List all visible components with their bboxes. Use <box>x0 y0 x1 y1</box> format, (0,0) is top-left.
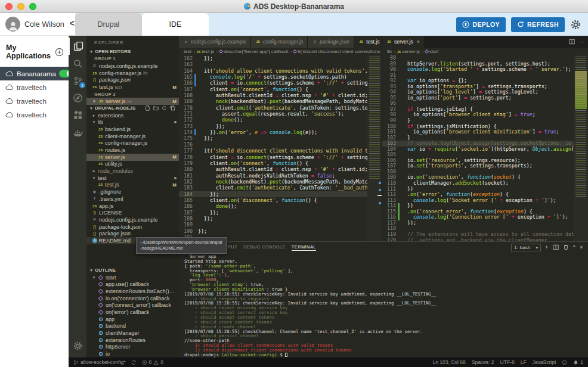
code-line[interactable]: 178 client = io.connect(settings.scheme … <box>179 154 367 160</box>
activitybar-docker[interactable] <box>69 124 86 141</box>
code-line[interactable]: 103 // console.log(Object.assign(setting… <box>382 141 574 147</box>
editor-1-code[interactable]: 162 });163164 it('should allow client co… <box>179 55 382 241</box>
breadcrumb-item[interactable]: describe('Server app') callback <box>219 49 289 54</box>
tree-item[interactable]: JSbackend.js <box>86 126 179 133</box>
activitybar-source-control[interactable]: 2 <box>69 72 86 89</box>
code-line[interactable]: 100 if (settings.jsMinification) { <box>382 124 574 130</box>
more-icon[interactable]: ⋯ <box>579 39 584 45</box>
cursor-position[interactable]: Ln 103, Col 68 <box>432 359 465 365</box>
activitybar-files[interactable] <box>69 38 86 55</box>
outline-item[interactable]: extensionRoutes.forEach() callback <box>86 288 179 295</box>
code-line[interactable]: 93 io_options['transports'] = settings.t… <box>382 84 574 90</box>
code-line[interactable]: 114 }) <box>382 203 574 209</box>
code-line[interactable]: 113 console.log('Socket error [' + excep… <box>382 198 574 204</box>
breadcrumb-item[interactable]: JSserver.js <box>397 49 420 54</box>
outline-section[interactable]: ▾ OUTLINE <box>86 267 179 274</box>
code-line[interactable]: 110 clientManager.addSocket(socket); <box>382 181 574 186</box>
zoom-window-button[interactable] <box>29 3 36 10</box>
code-line[interactable]: 120 // .settings and .backend via the cl… <box>382 238 574 242</box>
close-window-button[interactable] <box>5 3 13 10</box>
code-line[interactable]: 101 io_options['browser client minificat… <box>382 129 574 135</box>
code-line[interactable]: 111 }) <box>382 186 574 192</box>
code-line[interactable]: 98 io_options['browser client etag'] = t… <box>382 112 574 118</box>
outline-item[interactable]: app <box>86 316 179 323</box>
outline-item[interactable]: ▾start <box>86 274 179 281</box>
encoding[interactable]: UTF-8 <box>500 359 515 365</box>
code-line[interactable]: 185 client.on('disconnect', function() { <box>179 197 367 203</box>
code-line[interactable]: 166 client = io.connect(settings.scheme … <box>179 80 367 86</box>
app-item-bananarama[interactable]: Bananarama <box>0 67 69 80</box>
breadcrumb-item[interactable]: it('should disconnect client connections… <box>293 49 382 54</box>
code-line[interactable]: 119 // The extensions will have access t… <box>382 232 574 238</box>
code-line[interactable]: 184 }); <box>179 191 367 197</box>
trash-icon[interactable] <box>563 244 569 250</box>
outline-item[interactable]: on('connect_error') callback <box>86 302 179 309</box>
tree-item[interactable]: JSclient-manager.js <box>86 133 179 140</box>
code-line[interactable]: 95 io_options['port'] = settings.port; <box>382 95 574 101</box>
code-line[interactable]: 90 console.log('Started ' + settings.sch… <box>382 67 574 73</box>
open-editor-item[interactable]: {}package.json <box>86 77 179 84</box>
code-line[interactable]: 188 }); <box>179 216 367 222</box>
close-icon[interactable]: × <box>417 39 420 45</box>
breadcrumb-item[interactable]: start <box>425 49 439 54</box>
code-line[interactable]: 167 client.on('connect', function() { <box>179 86 367 92</box>
editor-2-minimap[interactable] <box>574 55 588 241</box>
split-editor-icon[interactable] <box>553 244 559 250</box>
tree-item[interactable]: ◆.gitignore <box>86 188 179 195</box>
project-section[interactable]: ▾ DRUPAL-NODEJS <box>86 105 179 112</box>
code-line[interactable]: 102 } <box>382 135 574 141</box>
code-line[interactable]: 179 client.on('connect', function() { <box>179 160 367 166</box>
plus-icon[interactable]: + <box>545 244 549 250</box>
tree-item[interactable]: §LICENSE <box>86 209 179 216</box>
open-editor-item[interactable]: JStest.jstestM <box>86 83 179 91</box>
code-line[interactable]: 118 <box>382 226 574 232</box>
breadcrumb-item[interactable]: test <box>184 49 191 54</box>
indentation[interactable]: Spaces: 2 <box>472 359 494 365</box>
editor-tab-nodejs.config.js.example[interactable]: ≡nodejs.config.js.example <box>179 36 251 48</box>
code-line[interactable]: 99 } <box>382 118 574 124</box>
code-line[interactable]: 177 it('should disconnect client connect… <box>179 148 367 154</box>
code-line[interactable]: 165 console.log('/' + settings.socketOpt… <box>179 74 367 80</box>
sync-status[interactable] <box>131 360 137 365</box>
code-line[interactable]: 171 assert.equal(response.result, 'succe… <box>179 111 367 117</box>
code-line[interactable]: 164 it('should allow client connections … <box>179 68 367 74</box>
editor-2-code[interactable]: 8889 httpServer.listen(settings.port, se… <box>382 55 588 241</box>
tree-item[interactable]: JSapp.js <box>86 203 179 210</box>
code-line[interactable]: 105 <box>382 152 574 158</box>
code-line[interactable]: 186 done(); <box>179 203 367 209</box>
refresh-sm-icon[interactable] <box>162 105 167 111</box>
notifications-bell[interactable]: 1 <box>573 359 583 365</box>
tree-item[interactable]: ▸extensions <box>86 112 179 119</box>
open-editor-item[interactable]: JSconfig-manager.jslib <box>86 70 179 77</box>
code-line[interactable]: 176 <box>179 142 367 148</box>
code-line[interactable]: 88 <box>382 55 574 61</box>
close-icon[interactable]: × <box>92 98 97 104</box>
open-editor-item[interactable]: ≡nodejs.config.js.example <box>86 63 179 70</box>
avatar[interactable] <box>5 17 20 32</box>
code-line[interactable]: 169 nock(backendHost).post(backendMessag… <box>179 98 367 104</box>
activitybar-search[interactable] <box>69 55 86 72</box>
code-line[interactable]: 163 <box>179 61 367 67</box>
tree-item[interactable]: ▸node_modules <box>86 167 179 175</box>
code-line[interactable]: 109 io.on('connection', function(socket)… <box>382 175 574 181</box>
refresh-button[interactable]: REFRESH <box>511 17 565 32</box>
tree-item[interactable]: JStest.jsM <box>86 182 179 189</box>
editor-1-minimap[interactable] <box>367 55 382 241</box>
add-application-icon[interactable] <box>55 48 64 57</box>
eol[interactable]: LF <box>521 359 527 365</box>
code-line[interactable]: 190}); <box>179 228 367 234</box>
code-line[interactable]: 115 .on('connect_error', function(except… <box>382 209 574 215</box>
code-line[interactable]: 173 }); <box>179 123 367 129</box>
tree-item[interactable]: JSroutes.js <box>86 147 179 154</box>
outline-item[interactable]: extensionRoutes <box>86 337 179 344</box>
tree-item[interactable]: ▾test <box>86 175 179 182</box>
tab-terminal[interactable]: TERMINAL <box>292 244 316 251</box>
outline-item[interactable]: io <box>86 350 179 357</box>
code-line[interactable]: 89 httpServer.listen(settings.port, sett… <box>382 61 574 67</box>
code-line[interactable]: 187 }); <box>179 210 367 216</box>
tree-item[interactable]: ≡nodejs.config.js.example <box>86 216 179 223</box>
code-line[interactable]: 117 }); <box>382 220 574 226</box>
problems-status[interactable]: 0 0 <box>142 359 163 365</box>
breadcrumb-item[interactable]: lib <box>387 49 392 54</box>
activitybar-gear[interactable] <box>69 337 86 354</box>
